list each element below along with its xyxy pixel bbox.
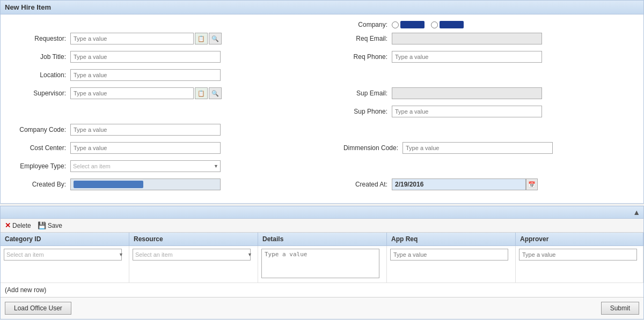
company-code-input[interactable] (70, 124, 221, 136)
grid-header-category: Category ID (1, 233, 129, 245)
location-input[interactable] (70, 69, 221, 81)
new-hire-item-section: New Hire Item Company: (0, 0, 644, 204)
req-phone-field: Req Phone: (322, 51, 638, 63)
right-col-dimcode: Dimmension Code: (322, 142, 638, 157)
cost-center-label: Cost Center: (6, 144, 70, 152)
right-col-reqemail: Req Email: (322, 33, 638, 48)
supervisor-input[interactable] (70, 87, 194, 99)
category-select[interactable]: Select an item (4, 249, 122, 261)
job-title-field: Job Title: (6, 51, 322, 63)
supervisor-row: Supervisor: 📋 🔍 (6, 87, 638, 102)
dimension-code-input[interactable] (402, 142, 553, 154)
scroll-header: ▲ (1, 206, 643, 219)
company-radio-input-2[interactable] (431, 21, 438, 28)
requestor-field: Requestor: 📋 🔍 (6, 33, 322, 44)
grid-header: Category ID Resource Details App Req App… (1, 233, 643, 246)
company-radio-input-1[interactable] (392, 21, 399, 28)
employee-type-wrapper: Select an item (70, 160, 221, 172)
grid-header-details: Details (258, 233, 387, 245)
created-at-input[interactable] (392, 178, 526, 190)
company-field-row: Company: (322, 21, 638, 28)
left-col-createdby: Created By: (6, 178, 322, 194)
company-radio-1[interactable] (392, 21, 425, 28)
location-row: Location: (6, 69, 638, 84)
left-col-jobtitle: Job Title: (6, 51, 322, 66)
sup-email-label: Sup Email: (322, 90, 392, 97)
table-row: Select an item Select an item (1, 246, 643, 283)
form-body: Company: (1, 14, 643, 203)
employee-type-field: Employee Type: Select an item (6, 160, 322, 172)
search-icon: 🔍 (211, 35, 219, 42)
details-textarea[interactable] (261, 249, 379, 278)
save-label: Save (48, 222, 62, 229)
delete-button[interactable]: ✕ Delete (5, 221, 31, 229)
employee-type-select[interactable]: Select an item (70, 160, 221, 172)
supervisor-search-btn[interactable]: 🔍 (209, 87, 222, 99)
left-col-emptype: Employee Type: Select an item (6, 160, 322, 175)
company-radio-2[interactable] (431, 21, 464, 28)
right-col-reqphone: Req Phone: (322, 51, 638, 66)
resource-select[interactable]: Select an item (133, 249, 251, 261)
section-title: New Hire Item (5, 3, 51, 11)
created-by-field: Created By: (6, 178, 322, 190)
req-phone-input[interactable] (392, 51, 542, 63)
right-col-supphone: Sup Phone: (322, 106, 638, 121)
company-row-container: Company: (6, 21, 638, 28)
copy-icon-2: 📋 (197, 90, 205, 97)
grid-header-approver: Approver (516, 233, 643, 245)
sup-email-field: Sup Email: (322, 87, 638, 99)
page-wrapper: New Hire Item Company: (0, 0, 644, 319)
left-col-location: Location: (6, 69, 322, 84)
created-at-field: Created At: 📅 (322, 178, 638, 190)
load-office-user-button[interactable]: Load Office User (5, 302, 71, 315)
sup-phone-input[interactable] (392, 106, 542, 117)
cost-center-field: Cost Center: (6, 142, 322, 154)
req-email-input (392, 33, 542, 44)
req-email-field: Req Email: (322, 33, 638, 44)
bottom-section: ▲ ✕ Delete 💾 Save Category ID Resource (0, 206, 644, 319)
grid-header-resource: Resource (129, 233, 258, 245)
job-title-input[interactable] (70, 51, 221, 63)
grid-cell-category: Select an item (1, 246, 129, 282)
dimension-code-label: Dimmension Code: (322, 144, 402, 152)
requestor-search-btn[interactable]: 🔍 (209, 33, 222, 44)
appreq-input[interactable] (390, 249, 508, 261)
grid-cell-appreq (387, 246, 516, 282)
save-icon: 💾 (38, 221, 46, 229)
costcenter-row: Cost Center: Dimmension Code: (6, 142, 638, 157)
jobtitle-row: Job Title: Req Phone: (6, 51, 638, 66)
toolbar: ✕ Delete 💾 Save (1, 219, 643, 233)
requestor-label: Requestor: (6, 35, 70, 42)
scroll-up-icon[interactable]: ▲ (633, 208, 640, 217)
add-new-row[interactable]: (Add new row) (1, 283, 643, 297)
requestor-input[interactable] (70, 33, 194, 44)
companycode-row: Company Code: (6, 124, 638, 139)
copy-icon: 📋 (197, 35, 205, 42)
grid-header-appreq: App Req (387, 233, 516, 245)
right-col-createdat: Created At: 📅 (322, 178, 638, 194)
requestor-row: Requestor: 📋 🔍 (6, 33, 638, 48)
supervisor-copy-btn[interactable]: 📋 (195, 87, 208, 99)
requestor-copy-btn[interactable]: 📋 (195, 33, 208, 44)
company-radio-group (392, 21, 470, 28)
calendar-btn[interactable]: 📅 (526, 178, 538, 190)
calendar-icon: 📅 (528, 181, 536, 188)
company-label: Company: (322, 21, 392, 28)
cost-center-input[interactable] (70, 142, 221, 154)
approver-input[interactable] (519, 249, 637, 261)
company-code-label: Company Code: (6, 126, 70, 133)
resource-select-wrapper: Select an item (133, 249, 254, 261)
company-name-2 (440, 21, 464, 28)
location-field: Location: (6, 69, 322, 81)
supphone-row: Sup Phone: (6, 106, 638, 121)
company-code-field: Company Code: (6, 124, 322, 136)
supervisor-field: Supervisor: 📋 🔍 (6, 87, 322, 99)
job-title-label: Job Title: (6, 53, 70, 61)
submit-button[interactable]: Submit (601, 302, 639, 315)
location-label: Location: (6, 71, 70, 79)
left-col-supervisor: Supervisor: 📋 🔍 (6, 87, 322, 102)
save-button[interactable]: 💾 Save (38, 221, 62, 229)
grid-container: Category ID Resource Details App Req App… (1, 233, 643, 297)
search-icon-2: 🔍 (211, 90, 219, 97)
company-name-1 (400, 21, 425, 28)
